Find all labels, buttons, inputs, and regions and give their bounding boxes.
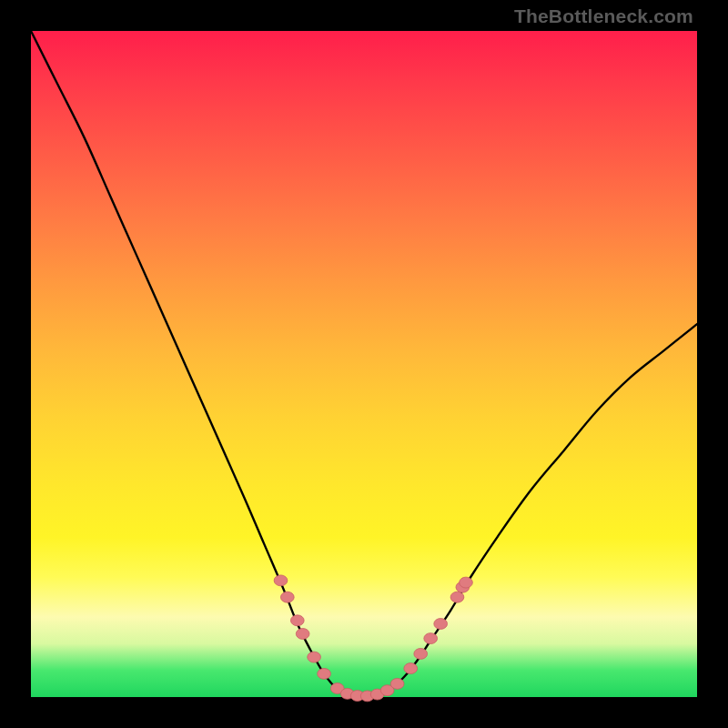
data-marker xyxy=(404,663,418,674)
bottleneck-curve xyxy=(31,31,697,697)
data-marker xyxy=(450,592,464,602)
data-marker xyxy=(460,577,473,588)
data-marker xyxy=(390,678,404,689)
data-marker xyxy=(318,668,331,679)
data-marker xyxy=(280,592,294,602)
watermark-text: TheBottleneck.com xyxy=(514,5,693,27)
data-marker xyxy=(424,633,438,644)
data-marker xyxy=(308,652,321,662)
data-marker xyxy=(414,648,428,659)
data-marker xyxy=(296,629,309,640)
data-marker xyxy=(274,575,288,586)
data-marker xyxy=(290,615,304,626)
data-marker xyxy=(434,619,448,630)
chart-overlay xyxy=(31,31,697,697)
data-markers xyxy=(274,575,472,702)
